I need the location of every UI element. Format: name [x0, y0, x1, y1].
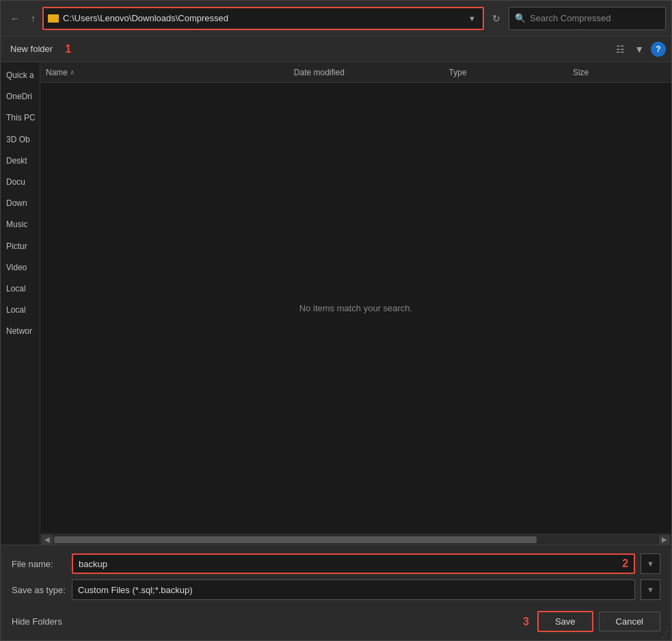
col-name-label: Name: [46, 68, 68, 77]
help-button[interactable]: ?: [651, 42, 666, 57]
address-text: C:\Users\Lenovo\Downloads\Compressed: [63, 13, 461, 23]
filename-input-container[interactable]: 2: [72, 553, 635, 574]
toolbar2: New folder 1 ☷ ▼ ?: [1, 36, 671, 62]
sidebar-item-music[interactable]: Music: [1, 214, 40, 235]
col-date-label: Date modified: [294, 68, 345, 77]
address-dropdown-button[interactable]: ▼: [466, 13, 479, 24]
col-size-label: Size: [573, 68, 589, 77]
sidebar-item-quickaccess[interactable]: Quick a: [1, 65, 40, 86]
savetype-label: Save as type:: [12, 585, 66, 595]
sidebar-item-network[interactable]: Networ: [1, 321, 40, 342]
sidebar-item-3dobjects[interactable]: 3D Ob: [1, 129, 40, 151]
filename-input[interactable]: [79, 559, 617, 569]
back-button[interactable]: ←: [6, 10, 24, 27]
save-dialog: ← ↑ C:\Users\Lenovo\Downloads\Compressed…: [0, 0, 672, 641]
search-placeholder: Search Compressed: [530, 13, 611, 23]
sidebar-item-onedrive[interactable]: OneDri: [1, 86, 40, 107]
step1-label: 1: [65, 43, 71, 55]
file-content-empty: No items match your search.: [40, 83, 671, 534]
step2-label: 2: [622, 558, 628, 570]
filename-dropdown-button[interactable]: ▼: [641, 553, 660, 574]
savetype-value: Custom Files (*.sql;*.backup): [78, 585, 629, 595]
sidebar-item-downloads[interactable]: Down: [1, 193, 40, 214]
toolbar: ← ↑ C:\Users\Lenovo\Downloads\Compressed…: [1, 1, 671, 36]
sidebar-item-local1[interactable]: Local: [1, 278, 40, 300]
sidebar-item-local2[interactable]: Local: [1, 300, 40, 321]
sort-arrow-icon: ∧: [70, 68, 75, 76]
view-dropdown-button[interactable]: ▼: [632, 42, 647, 57]
filename-label: File name:: [12, 559, 66, 569]
col-size-header[interactable]: Size: [573, 68, 666, 77]
scrollbar-thumb[interactable]: [54, 536, 537, 543]
savetype-dropdown-button[interactable]: ▼: [641, 579, 660, 600]
col-date-header[interactable]: Date modified: [294, 68, 449, 77]
col-type-header[interactable]: Type: [449, 68, 573, 77]
folder-icon: [48, 14, 59, 23]
empty-message: No items match your search.: [299, 303, 412, 313]
savetype-select[interactable]: Custom Files (*.sql;*.backup): [72, 579, 635, 600]
file-area: Name ∧ Date modified Type Size No items …: [40, 62, 671, 545]
horizontal-scrollbar[interactable]: ◀ ▶: [40, 534, 671, 545]
sidebar-item-documents[interactable]: Docu: [1, 172, 40, 193]
address-bar[interactable]: C:\Users\Lenovo\Downloads\Compressed ▼: [42, 7, 484, 30]
search-box[interactable]: 🔍 Search Compressed: [509, 7, 666, 30]
column-headers: Name ∧ Date modified Type Size: [40, 62, 671, 83]
scrollbar-track[interactable]: [54, 536, 658, 543]
sidebar-item-pictures[interactable]: Pictur: [1, 236, 40, 257]
hide-folders-button[interactable]: Hide Folders: [12, 616, 62, 627]
sidebar-item-desktop[interactable]: Deskt: [1, 151, 40, 172]
col-type-label: Type: [449, 68, 467, 77]
sidebar-item-videos[interactable]: Video: [1, 257, 40, 278]
step3-label: 3: [523, 616, 529, 628]
save-button[interactable]: Save: [537, 611, 593, 632]
view-button[interactable]: ☷: [613, 42, 628, 57]
main-area: Quick a OneDri This PC 3D Ob Deskt Docu …: [1, 62, 671, 545]
refresh-button[interactable]: ↻: [487, 7, 506, 30]
sidebar-item-thispc[interactable]: This PC: [1, 107, 40, 129]
search-icon: 🔍: [515, 13, 526, 23]
toolbar2-right: ☷ ▼ ?: [613, 42, 666, 57]
new-folder-button[interactable]: New folder: [6, 42, 57, 56]
resize-handle[interactable]: ⋰: [662, 629, 670, 639]
sidebar: Quick a OneDri This PC 3D Ob Deskt Docu …: [1, 62, 40, 545]
bottom-area: File name: 2 ▼ Save as type: Custom File…: [1, 545, 671, 640]
savetype-row: Save as type: Custom Files (*.sql;*.back…: [12, 579, 660, 600]
up-button[interactable]: ↑: [27, 10, 40, 27]
cancel-button[interactable]: Cancel: [599, 612, 660, 631]
col-name-header[interactable]: Name ∧: [46, 68, 294, 77]
scroll-left-button[interactable]: ◀: [42, 535, 53, 545]
scroll-right-button[interactable]: ▶: [659, 535, 670, 545]
buttons-row: Hide Folders 3 Save Cancel: [12, 605, 660, 632]
filename-row: File name: 2 ▼: [12, 553, 660, 574]
